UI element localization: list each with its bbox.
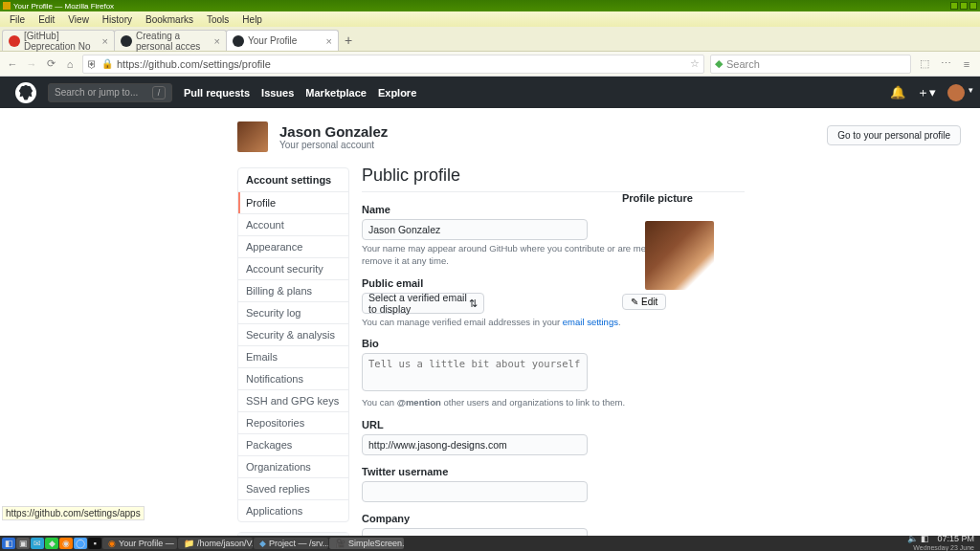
shield-icon: ⛨ xyxy=(87,58,98,70)
close-button[interactable] xyxy=(969,2,977,10)
menubar: File Edit View History Bookmarks Tools H… xyxy=(0,11,980,27)
page-content: Jason Gonzalez Your personal account Go … xyxy=(0,108,980,536)
tab-strip: [GitHub] Deprecation No × Creating a per… xyxy=(0,27,980,52)
task-files[interactable]: 📁/home/jason/V... xyxy=(178,538,253,549)
url-bar: ← → ⟳ ⌂ ⛨ 🔒 https://github.com/settings/… xyxy=(0,52,980,77)
task-firefox[interactable]: ◉Your Profile — ... xyxy=(102,538,177,549)
user-avatar-menu[interactable] xyxy=(947,84,965,101)
sidebar-item-apps[interactable]: Applications xyxy=(238,499,348,521)
tab-label: Your Profile xyxy=(248,35,297,46)
bio-note: You can @mention other users and organiz… xyxy=(362,397,745,409)
menu-file[interactable]: File xyxy=(4,14,31,25)
sidebar-item-securitylog[interactable]: Security log xyxy=(238,301,348,323)
sidebar-item-appearance[interactable]: Appearance xyxy=(238,235,348,257)
menu-history[interactable]: History xyxy=(97,14,138,25)
bio-input[interactable] xyxy=(362,353,588,391)
avatar xyxy=(237,121,268,152)
address-bar[interactable]: ⛨ 🔒 https://github.com/settings/profile … xyxy=(82,55,704,74)
name-input[interactable] xyxy=(362,219,588,240)
browser-search[interactable]: ◆ Search xyxy=(710,55,911,74)
sidebar-item-replies[interactable]: Saved replies xyxy=(238,477,348,499)
sidebar-item-repos[interactable]: Repositories xyxy=(238,411,348,433)
tab-0[interactable]: [GitHub] Deprecation No × xyxy=(2,30,115,51)
start-menu[interactable]: ◧ xyxy=(2,538,15,549)
menu-edit[interactable]: Edit xyxy=(33,14,60,25)
nav-pulls[interactable]: Pull requests xyxy=(184,87,250,99)
terminal-launcher[interactable]: ▪ xyxy=(88,538,101,549)
close-icon[interactable]: × xyxy=(326,35,332,47)
sidebar-item-analysis[interactable]: Security & analysis xyxy=(238,323,348,345)
sidebar-item-security[interactable]: Account security xyxy=(238,257,348,279)
sidebar-header-developer[interactable]: Developer settings xyxy=(238,533,348,536)
tray-icon[interactable]: ◆ xyxy=(45,538,58,549)
new-tab-button[interactable]: + xyxy=(338,30,359,51)
tab-1[interactable]: Creating a personal acces × xyxy=(114,30,227,51)
profile-picture xyxy=(645,221,714,290)
menu-help[interactable]: Help xyxy=(236,14,268,25)
extensions-icon[interactable]: ⋯ xyxy=(938,57,953,70)
url-label: URL xyxy=(362,419,745,430)
tab-2[interactable]: Your Profile × xyxy=(226,30,339,51)
tray-icon[interactable]: ✉ xyxy=(31,538,44,549)
search-icon: ◆ xyxy=(715,57,723,70)
star-icon[interactable]: ☆ xyxy=(690,57,700,70)
sidebar-item-emails[interactable]: Emails xyxy=(238,345,348,367)
menu-bookmarks[interactable]: Bookmarks xyxy=(140,14,199,25)
github-icon xyxy=(121,35,132,47)
user-name: Jason Gonzalez xyxy=(279,123,388,140)
reload-button[interactable]: ⟳ xyxy=(44,57,57,71)
max-button[interactable] xyxy=(960,2,968,10)
user-subtitle: Your personal account xyxy=(279,140,388,150)
sidebar-item-orgs[interactable]: Organizations xyxy=(238,455,348,477)
save-page-icon[interactable]: ⬚ xyxy=(917,57,932,70)
firefox-launcher[interactable]: ◉ xyxy=(59,538,73,549)
sidebar-item-billing[interactable]: Billing & plans xyxy=(238,279,348,301)
company-input[interactable] xyxy=(362,528,588,536)
app-icon xyxy=(3,2,11,10)
nav-explore[interactable]: Explore xyxy=(378,87,416,99)
tray-icon[interactable]: ◯ xyxy=(74,538,87,549)
tray-icon[interactable]: ▣ xyxy=(16,538,30,549)
taskbar: ◧ ▣ ✉ ◆ ◉ ◯ ▪ ◉Your Profile — ... 📁/home… xyxy=(0,536,980,551)
github-logo[interactable] xyxy=(15,82,36,103)
twitter-input[interactable] xyxy=(362,481,588,502)
close-icon[interactable]: × xyxy=(102,35,108,47)
picture-label: Profile picture xyxy=(622,192,737,204)
tab-label: Creating a personal acces xyxy=(136,31,211,52)
sidebar-item-ssh[interactable]: SSH and GPG keys xyxy=(238,389,348,411)
min-button[interactable] xyxy=(950,2,958,10)
sidebar-item-profile[interactable]: Profile xyxy=(238,191,348,213)
gh-search-placeholder: Search or jump to... xyxy=(55,87,138,98)
email-select[interactable]: Select a verified email to display ⇅ xyxy=(362,293,484,314)
close-icon[interactable]: × xyxy=(214,35,220,47)
forward-button[interactable]: → xyxy=(25,57,38,71)
edit-picture-button[interactable]: ✎ Edit xyxy=(622,294,666,310)
goto-profile-button[interactable]: Go to your personal profile xyxy=(827,125,961,145)
menu-tools[interactable]: Tools xyxy=(201,14,234,25)
sidebar-item-packages[interactable]: Packages xyxy=(238,433,348,455)
email-note: You can manage verified email addresses … xyxy=(362,317,745,329)
taskbar-clock[interactable]: 🔈 ◧ 07:15 PM Wednesday 23 June xyxy=(907,535,978,551)
settings-sidebar: Account settings Profile Account Appeara… xyxy=(237,167,349,536)
home-button[interactable]: ⌂ xyxy=(63,57,77,71)
menu-view[interactable]: View xyxy=(62,14,95,25)
slash-key-hint: / xyxy=(152,86,166,99)
back-button[interactable]: ← xyxy=(6,57,19,71)
github-search[interactable]: Search or jump to... / xyxy=(48,83,172,102)
hamburger-icon[interactable]: ≡ xyxy=(959,58,974,70)
email-settings-link[interactable]: email settings xyxy=(563,317,618,327)
nav-marketplace[interactable]: Marketplace xyxy=(305,87,367,99)
nav-issues[interactable]: Issues xyxy=(261,87,294,99)
sidebar-item-notifications[interactable]: Notifications xyxy=(238,367,348,389)
task-editor[interactable]: ◆Project — /srv... xyxy=(254,538,328,549)
bio-label: Bio xyxy=(362,338,745,349)
page-head: Jason Gonzalez Your personal account xyxy=(237,121,388,152)
bell-icon[interactable]: 🔔 xyxy=(890,85,905,99)
chevron-updown-icon: ⇅ xyxy=(469,298,478,309)
sidebar-item-account[interactable]: Account xyxy=(238,213,348,235)
task-recorder[interactable]: 🎥SimpleScreen... xyxy=(329,538,404,549)
github-nav: Pull requests Issues Marketplace Explore xyxy=(184,87,416,99)
url-input[interactable] xyxy=(362,434,588,455)
sidebar-header-account: Account settings xyxy=(238,168,348,191)
plus-icon[interactable]: ＋▾ xyxy=(917,84,936,101)
